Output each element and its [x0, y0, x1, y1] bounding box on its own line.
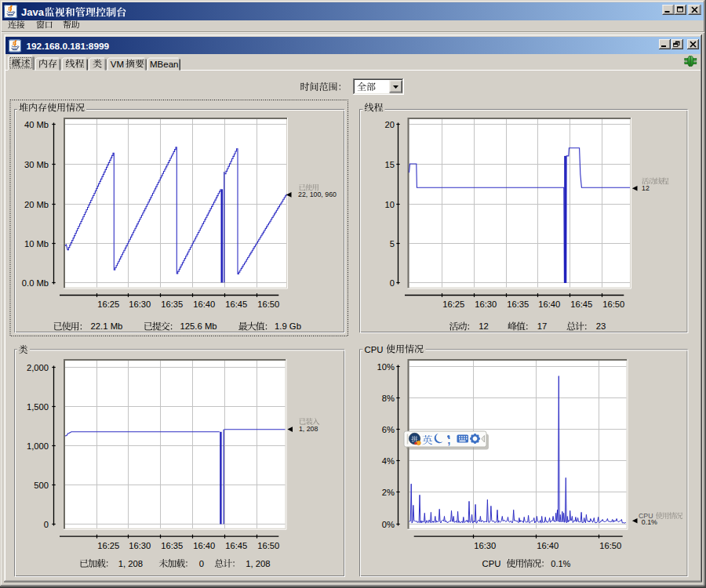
- svg-text:16:35: 16:35: [161, 541, 183, 550]
- svg-text:12: 12: [642, 184, 650, 192]
- svg-text:VM: VM: [111, 60, 124, 69]
- svg-text:30 Mb: 30 Mb: [24, 160, 49, 169]
- svg-text:1.9 Gb: 1.9 Gb: [275, 321, 301, 331]
- svg-text:16:45: 16:45: [570, 299, 592, 309]
- svg-text:1, 208: 1, 208: [118, 559, 143, 568]
- svg-text:16:25: 16:25: [442, 299, 464, 309]
- svg-text:40 Mb: 40 Mb: [24, 120, 49, 129]
- svg-text:5: 5: [390, 239, 395, 249]
- svg-text:8%: 8%: [382, 394, 395, 403]
- svg-text:23: 23: [596, 321, 606, 331]
- svg-text:192.168.0.181:8999: 192.168.0.181:8999: [27, 41, 110, 52]
- svg-text:1,500: 1,500: [27, 402, 49, 412]
- svg-text:16:30: 16:30: [475, 299, 497, 309]
- svg-text:10: 10: [385, 200, 395, 209]
- svg-text:CPU: CPU: [365, 345, 384, 354]
- svg-text:500: 500: [34, 481, 49, 490]
- svg-text:0: 0: [44, 520, 49, 529]
- svg-text:0%: 0%: [382, 520, 395, 529]
- svg-text:22, 100, 960: 22, 100, 960: [298, 191, 337, 198]
- svg-text:0.1%: 0.1%: [551, 559, 570, 568]
- svg-text:16:40: 16:40: [537, 541, 559, 550]
- svg-text:16:30: 16:30: [129, 299, 151, 309]
- svg-text:16:30: 16:30: [129, 541, 151, 550]
- svg-text:20: 20: [385, 120, 395, 129]
- svg-text:16:45: 16:45: [225, 541, 247, 550]
- svg-text:4%: 4%: [382, 456, 395, 466]
- svg-text:1, 208: 1, 208: [246, 559, 270, 568]
- svg-text:0: 0: [390, 278, 395, 288]
- svg-text:0.0 Mb: 0.0 Mb: [22, 278, 49, 288]
- svg-text:MBean: MBean: [150, 60, 178, 69]
- svg-text:20 Mb: 20 Mb: [24, 200, 49, 209]
- svg-text:6%: 6%: [382, 425, 395, 434]
- svg-text:16:50: 16:50: [257, 299, 279, 309]
- svg-text:16:35: 16:35: [507, 299, 529, 309]
- svg-text:16:35: 16:35: [161, 299, 183, 309]
- svg-text:1, 208: 1, 208: [299, 425, 318, 433]
- svg-text:10 Mb: 10 Mb: [24, 239, 49, 249]
- svg-text:125.6 Mb: 125.6 Mb: [180, 321, 217, 331]
- svg-text:16:25: 16:25: [97, 299, 119, 309]
- svg-text:16:50: 16:50: [602, 299, 624, 309]
- svg-text:16:30: 16:30: [474, 541, 496, 550]
- svg-text:15: 15: [385, 160, 395, 169]
- svg-text:1,000: 1,000: [27, 441, 49, 451]
- svg-text:16:40: 16:40: [193, 299, 215, 309]
- svg-text:16:40: 16:40: [193, 541, 215, 550]
- svg-text:16:25: 16:25: [97, 541, 119, 550]
- svg-text:16:50: 16:50: [257, 541, 279, 550]
- svg-text:10%: 10%: [377, 362, 395, 372]
- svg-text:2%: 2%: [382, 488, 395, 497]
- svg-text:16:50: 16:50: [599, 541, 621, 550]
- svg-text:0: 0: [199, 559, 204, 568]
- svg-text:17: 17: [537, 321, 548, 331]
- svg-text:16:40: 16:40: [538, 299, 560, 309]
- svg-text:2,000: 2,000: [27, 363, 49, 372]
- svg-text:Java: Java: [21, 6, 45, 18]
- svg-text:22.1 Mb: 22.1 Mb: [91, 321, 123, 331]
- svg-text:12: 12: [479, 321, 489, 331]
- svg-text:CPU: CPU: [482, 559, 501, 568]
- svg-text:0.1%: 0.1%: [642, 518, 657, 526]
- svg-text:16:45: 16:45: [225, 299, 247, 309]
